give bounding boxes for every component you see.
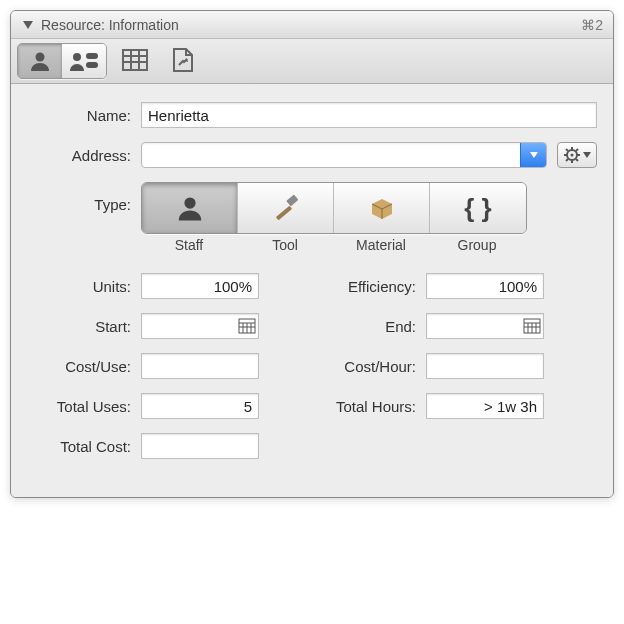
chevron-down-icon xyxy=(583,152,591,158)
view-segmented-control xyxy=(17,43,107,79)
label-start: Start: xyxy=(27,318,141,335)
totaluses-input[interactable] xyxy=(141,393,259,419)
hammer-icon xyxy=(271,193,301,223)
label-totalhours: Total Hours: xyxy=(312,398,426,415)
totalhours-input[interactable] xyxy=(426,393,544,419)
tab-assignments[interactable] xyxy=(62,44,106,78)
svg-point-23 xyxy=(184,197,195,208)
totalcost-input[interactable] xyxy=(141,433,259,459)
type-label-group: Group xyxy=(429,237,525,253)
address-actions-button[interactable] xyxy=(557,142,597,168)
svg-point-2 xyxy=(73,53,81,61)
type-labels: Staff Tool Material Group xyxy=(141,237,527,253)
tab-table[interactable] xyxy=(115,43,155,77)
label-costhour: Cost/Hour: xyxy=(312,358,426,375)
svg-line-21 xyxy=(566,159,568,161)
tab-person[interactable] xyxy=(18,44,62,78)
dropdown-arrow-icon xyxy=(520,143,546,167)
type-option-group[interactable]: { } xyxy=(430,183,526,233)
label-end: End: xyxy=(312,318,426,335)
inspector-window: Resource: Information ⌘2 Name: Address: xyxy=(10,10,614,498)
label-totalcost: Total Cost: xyxy=(27,438,141,455)
fields-grid: Units: Efficiency: Start: End: Cost/Use:… xyxy=(27,273,597,473)
label-type: Type: xyxy=(27,182,141,213)
toolbar xyxy=(11,39,613,84)
disclosure-triangle-icon[interactable] xyxy=(21,18,35,32)
window-title: Resource: Information xyxy=(41,17,179,33)
titlebar: Resource: Information ⌘2 xyxy=(11,11,613,39)
label-address: Address: xyxy=(27,147,141,164)
type-option-tool[interactable] xyxy=(238,183,334,233)
type-label-tool: Tool xyxy=(237,237,333,253)
label-totaluses: Total Uses: xyxy=(27,398,141,415)
svg-line-19 xyxy=(576,159,578,161)
type-segmented-control: { } xyxy=(141,182,527,234)
row-name: Name: xyxy=(27,102,597,128)
label-efficiency: Efficiency: xyxy=(312,278,426,295)
svg-rect-25 xyxy=(286,194,298,206)
svg-rect-3 xyxy=(86,53,98,59)
svg-point-13 xyxy=(570,154,573,157)
row-address: Address: xyxy=(27,142,597,168)
braces-icon: { } xyxy=(464,193,491,224)
costuse-input[interactable] xyxy=(141,353,259,379)
type-label-material: Material xyxy=(333,237,429,253)
keyboard-shortcut: ⌘2 xyxy=(581,17,603,33)
end-input[interactable] xyxy=(426,313,544,339)
label-costuse: Cost/Use: xyxy=(27,358,141,375)
svg-rect-24 xyxy=(275,206,291,221)
svg-marker-0 xyxy=(23,21,33,29)
type-label-staff: Staff xyxy=(141,237,237,253)
label-units: Units: xyxy=(27,278,141,295)
costhour-input[interactable] xyxy=(426,353,544,379)
svg-marker-11 xyxy=(530,152,538,158)
label-name: Name: xyxy=(27,107,141,124)
svg-rect-4 xyxy=(86,62,98,68)
row-type: Type: { } Staff xyxy=(27,182,597,253)
type-option-material[interactable] xyxy=(334,183,430,233)
units-input[interactable] xyxy=(141,273,259,299)
start-input[interactable] xyxy=(141,313,259,339)
svg-rect-5 xyxy=(123,50,147,70)
content-area: Name: Address: Type: xyxy=(11,84,613,497)
box-icon xyxy=(367,193,397,223)
svg-line-18 xyxy=(566,149,568,151)
tab-document[interactable] xyxy=(163,43,203,77)
efficiency-input[interactable] xyxy=(426,273,544,299)
type-option-staff[interactable] xyxy=(142,183,238,233)
person-icon xyxy=(175,193,205,223)
svg-marker-22 xyxy=(583,152,591,158)
address-select[interactable] xyxy=(141,142,547,168)
name-input[interactable] xyxy=(141,102,597,128)
svg-point-1 xyxy=(36,53,45,62)
svg-line-20 xyxy=(576,149,578,151)
gear-icon xyxy=(564,147,580,163)
